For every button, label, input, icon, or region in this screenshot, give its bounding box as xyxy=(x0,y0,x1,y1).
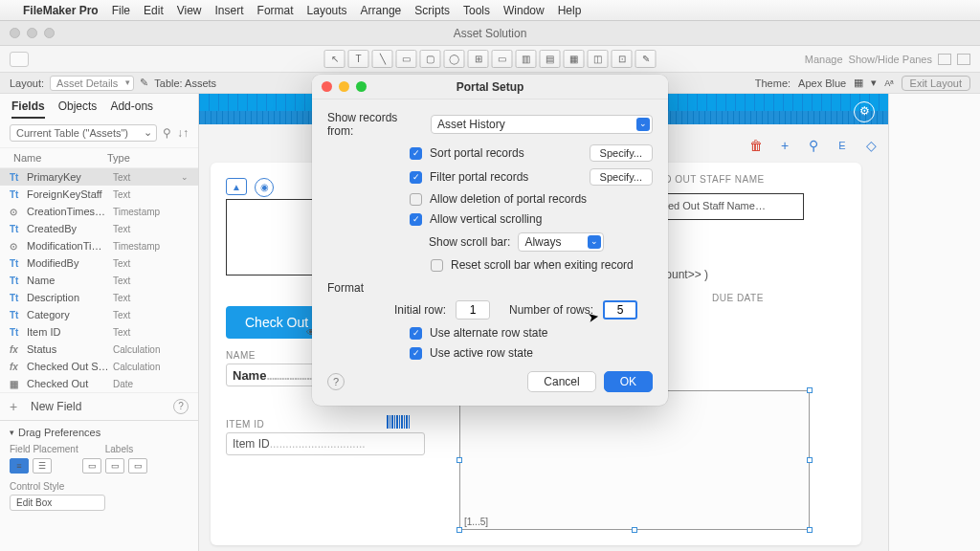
reset-scroll-checkbox[interactable] xyxy=(431,259,443,272)
text-tool[interactable]: T xyxy=(348,50,369,68)
resize-handle[interactable] xyxy=(457,457,462,463)
field-menu-icon[interactable]: ⌄ xyxy=(181,172,189,182)
menu-view[interactable]: View xyxy=(177,4,202,17)
resize-handle[interactable] xyxy=(457,527,462,533)
initial-row-input[interactable] xyxy=(456,300,490,320)
field-tool[interactable]: ⊞ xyxy=(468,50,489,68)
field-row[interactable]: TtForeignKeyStaffText xyxy=(0,186,198,203)
label-top[interactable]: ▭ xyxy=(105,458,124,474)
layout-gear-icon[interactable]: ⚙ xyxy=(854,101,875,122)
cancel-button[interactable]: Cancel xyxy=(527,371,595,392)
popover-tool[interactable]: ▥ xyxy=(516,50,537,68)
field-row[interactable]: ⊙CreationTimes…Timestamp xyxy=(0,203,198,220)
abc-icon[interactable]: Aª xyxy=(884,78,893,88)
menu-scripts[interactable]: Scripts xyxy=(414,4,450,17)
grid-icon[interactable]: ▦ xyxy=(854,77,863,89)
close-window-button[interactable] xyxy=(10,28,20,38)
field-row[interactable]: TtPrimaryKeyText⌄ xyxy=(0,168,198,186)
button-tool[interactable]: ▭ xyxy=(492,50,513,68)
sort-checkbox[interactable] xyxy=(410,147,422,160)
menu-window[interactable]: Window xyxy=(503,4,545,17)
ruler-icon[interactable]: ▾ xyxy=(871,77,877,89)
zoom-window-button[interactable] xyxy=(44,28,55,38)
minimize-window-button[interactable] xyxy=(27,28,37,38)
dialog-help-icon[interactable]: ? xyxy=(327,373,345,390)
webviewer-tool[interactable]: ⊡ xyxy=(612,50,633,68)
resize-handle[interactable] xyxy=(807,527,813,533)
menu-edit[interactable]: Edit xyxy=(144,4,164,17)
dialog-close-button[interactable] xyxy=(322,81,332,92)
dialog-minimize-button[interactable] xyxy=(339,81,349,92)
toolbar-left-tool[interactable] xyxy=(10,52,29,67)
itemid-field[interactable]: Item ID.............................. xyxy=(226,432,425,455)
menu-file[interactable]: File xyxy=(112,4,130,17)
search-icon[interactable]: ⚲ xyxy=(163,126,171,140)
format-painter-tool[interactable]: ✎ xyxy=(635,50,657,68)
oval-tool[interactable]: ◯ xyxy=(444,50,465,68)
exit-layout-button[interactable]: Exit Layout xyxy=(902,76,970,91)
staff-field[interactable]: cked Out Staff Name… xyxy=(651,193,804,220)
edit-layout-icon[interactable]: ✎ xyxy=(140,77,148,89)
selection-tool[interactable]: ↖ xyxy=(324,50,345,68)
add-icon[interactable]: + xyxy=(775,136,794,155)
portal-object[interactable]: [1...5] xyxy=(459,390,810,530)
scrollbar-select[interactable]: Always⌄ xyxy=(518,232,604,252)
field-row[interactable]: ▦Checked OutDate xyxy=(0,375,198,392)
tab-addons[interactable]: Add-ons xyxy=(110,99,153,119)
search-obj-icon[interactable]: ⚲ xyxy=(804,136,823,155)
theme-value[interactable]: Apex Blue xyxy=(798,77,846,89)
alt-row-checkbox[interactable] xyxy=(410,327,422,340)
control-style-select[interactable]: Edit Box xyxy=(10,495,105,511)
field-row[interactable]: TtCategoryText xyxy=(0,306,198,323)
image-placeholder-icon[interactable]: ▲ xyxy=(226,178,247,195)
link-icon[interactable]: E⊙ xyxy=(833,136,852,155)
portal-tool[interactable]: ▦ xyxy=(564,50,585,68)
align-icon[interactable]: ◇ xyxy=(861,136,880,155)
show-from-select[interactable]: Asset History⌄ xyxy=(431,115,653,134)
new-field-button[interactable]: New Field xyxy=(31,400,81,413)
ok-button[interactable]: OK xyxy=(604,371,653,392)
rect-tool[interactable]: ▭ xyxy=(396,50,417,68)
right-pane-toggle[interactable] xyxy=(957,54,970,65)
menu-help[interactable]: Help xyxy=(558,4,582,17)
allow-delete-checkbox[interactable] xyxy=(410,193,422,206)
num-rows-input[interactable] xyxy=(603,300,637,320)
dialog-zoom-button[interactable] xyxy=(356,81,367,92)
help-icon[interactable]: ? xyxy=(173,399,189,414)
app-menu[interactable]: FileMaker Pro xyxy=(23,4,99,17)
menu-format[interactable]: Format xyxy=(257,4,294,17)
menu-layouts[interactable]: Layouts xyxy=(307,4,347,17)
field-row[interactable]: fxStatusCalculation xyxy=(0,341,198,358)
field-row[interactable]: TtCreatedByText xyxy=(0,220,198,237)
field-row[interactable]: ⊙ModificationTi…Timestamp xyxy=(0,237,198,254)
field-row[interactable]: TtDescriptionText xyxy=(0,289,198,306)
delete-icon[interactable]: 🗑 xyxy=(746,136,766,155)
tab-tool[interactable]: ▤ xyxy=(540,50,561,68)
menu-tools[interactable]: Tools xyxy=(463,4,490,17)
filter-checkbox[interactable] xyxy=(410,171,422,184)
field-row[interactable]: TtNameText xyxy=(0,272,198,289)
placement-vertical[interactable]: ☰ xyxy=(33,458,52,474)
manage-button[interactable]: Manage xyxy=(805,54,843,65)
add-field-icon[interactable]: + xyxy=(10,399,23,414)
field-row[interactable]: fxChecked Out S…Calculation xyxy=(0,358,198,375)
tab-fields[interactable]: Fields xyxy=(11,99,45,119)
field-row[interactable]: TtItem IDText xyxy=(0,323,198,341)
left-pane-toggle[interactable] xyxy=(938,54,951,65)
menu-insert[interactable]: Insert xyxy=(215,4,244,17)
sort-icon[interactable]: ↓↑ xyxy=(177,126,189,140)
resize-handle[interactable] xyxy=(807,457,813,463)
placement-horizontal[interactable]: ≡ xyxy=(10,458,29,474)
menu-arrange[interactable]: Arrange xyxy=(361,4,402,17)
allow-scroll-checkbox[interactable] xyxy=(410,213,422,226)
table-select[interactable]: Current Table ("Assets") xyxy=(10,124,157,142)
camera-icon[interactable]: ◉ xyxy=(255,178,274,197)
resize-handle[interactable] xyxy=(632,527,637,533)
active-row-checkbox[interactable] xyxy=(410,347,422,360)
resize-handle[interactable] xyxy=(807,387,813,393)
chart-tool[interactable]: ◫ xyxy=(588,50,609,68)
field-row[interactable]: TtModifiedByText xyxy=(0,254,198,272)
sort-specify-button[interactable]: Specify... xyxy=(590,144,653,162)
filter-specify-button[interactable]: Specify... xyxy=(590,168,653,186)
label-none[interactable]: ▭ xyxy=(128,458,147,474)
